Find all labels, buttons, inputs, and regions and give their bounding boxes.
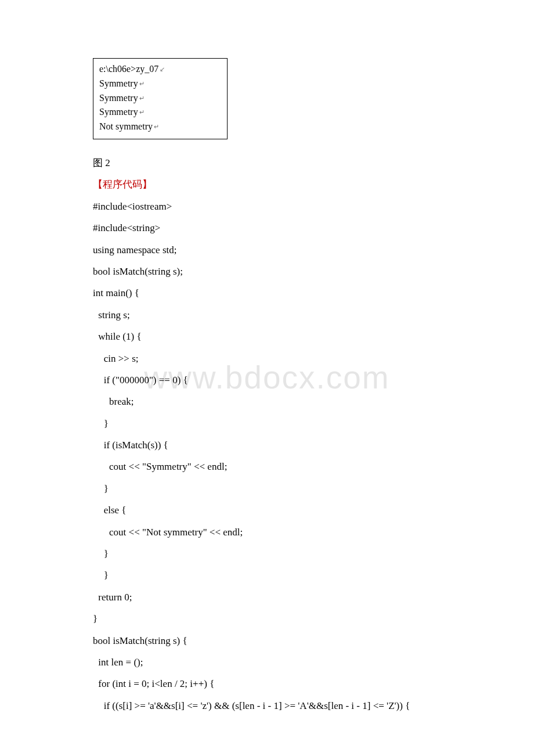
code-line: while (1) { [93, 326, 441, 347]
code-line: } [93, 564, 441, 586]
code-line: } [93, 543, 441, 564]
code-line: } [93, 608, 441, 629]
heading-text: 【程序代码】 [93, 179, 152, 190]
return-mark-icon: ↵ [154, 122, 159, 132]
output-text: Symmetry [99, 107, 138, 117]
code-line: return 0; [93, 586, 441, 608]
return-mark-icon: ↵ [139, 93, 145, 103]
return-mark-icon: ↵ [139, 107, 145, 117]
output-text: Symmetry [99, 78, 138, 88]
section-heading: 【程序代码】 [93, 174, 441, 195]
code-line: } [93, 413, 441, 434]
code-line: for (int i = 0; i<len / 2; i++) { [93, 673, 441, 694]
code-line: bool isMatch(string s); [93, 261, 441, 282]
code-line: string s; [93, 304, 441, 326]
output-line: e:\ch06e>zy_07↙ [99, 62, 221, 77]
code-line: #include<string> [93, 217, 441, 239]
code-line: cout << "Symmetry" << endl; [93, 456, 441, 477]
return-mark-icon: ↵ [139, 79, 145, 89]
code-line: bool isMatch(string s) { [93, 630, 441, 651]
code-line: int len = (); [93, 651, 441, 673]
program-output-box: e:\ch06e>zy_07↙ Symmetry↵ Symmetry↵ Symm… [93, 58, 228, 139]
code-line: break; [93, 391, 441, 412]
document-page: e:\ch06e>zy_07↙ Symmetry↵ Symmetry↵ Symm… [0, 0, 534, 751]
code-line: } [93, 478, 441, 499]
output-line: Symmetry↵ [99, 77, 221, 91]
code-line: if ("000000") == 0) { [93, 369, 441, 391]
code-line: cout << "Not symmetry" << endl; [93, 521, 441, 543]
figure-caption: 图 2 [93, 152, 441, 174]
code-line: #include<iostream> [93, 196, 441, 217]
output-text: Symmetry [99, 93, 138, 103]
code-line: else { [93, 499, 441, 521]
code-line: int main() { [93, 282, 441, 304]
output-line: Not symmetry↵ [99, 120, 221, 134]
code-line: if ((s[i] >= 'a'&&s[i] <= 'z') && (s[len… [93, 695, 441, 717]
code-line: if (isMatch(s)) { [93, 434, 441, 456]
output-line: Symmetry↵ [99, 91, 221, 106]
output-text: Not symmetry [99, 121, 153, 131]
code-line: using namespace std; [93, 239, 441, 261]
code-line: cin >> s; [93, 348, 441, 369]
enter-mark-icon: ↙ [160, 64, 165, 74]
output-line: Symmetry↵ [99, 105, 221, 120]
output-text: e:\ch06e>zy_07 [99, 64, 158, 74]
code-block: #include<iostream> #include<string> usin… [93, 196, 441, 717]
